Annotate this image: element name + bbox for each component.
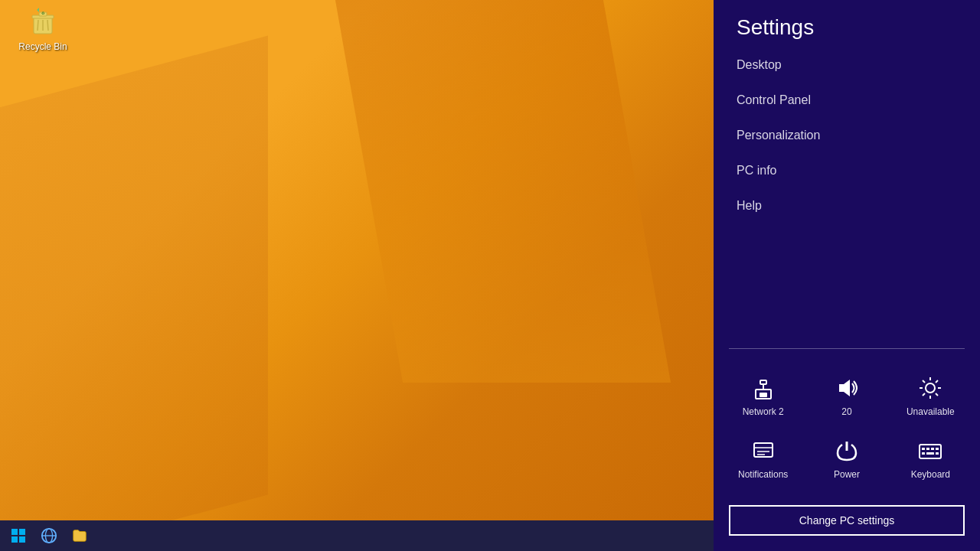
settings-icon-notifications[interactable]: Notifications	[729, 431, 798, 486]
file-explorer-button[interactable]	[64, 520, 95, 551]
settings-icon-label-power: Power	[834, 469, 860, 480]
settings-icon-label-notifications: Notifications	[738, 469, 788, 480]
svg-line-5	[47, 20, 48, 31]
settings-icon-network[interactable]: Network 2	[729, 368, 798, 423]
svg-rect-38	[926, 452, 934, 455]
settings-icon-volume[interactable]: 20	[812, 368, 881, 423]
settings-menu-item-control-panel[interactable]: Control Panel	[714, 83, 980, 118]
settings-menu: DesktopControl PanelPersonalizationPC in…	[714, 47, 980, 341]
svg-rect-37	[922, 452, 925, 455]
settings-icons: Network 2 20 Unavailable Notifications P…	[714, 357, 980, 497]
change-pc-settings-button[interactable]: Change PC settings	[729, 505, 965, 536]
settings-icon-label-network: Network 2	[743, 406, 784, 417]
svg-line-3	[38, 20, 38, 31]
start-button[interactable]	[3, 520, 34, 551]
svg-rect-8	[19, 529, 25, 535]
svg-line-25	[936, 393, 938, 396]
network-icon	[750, 374, 777, 402]
svg-rect-36	[936, 448, 939, 450]
settings-menu-item-personalization[interactable]: Personalization	[714, 118, 980, 153]
settings-icons-row-1: Notifications Power Keyboard	[714, 427, 980, 490]
internet-explorer-button[interactable]	[34, 520, 64, 551]
settings-icon-keyboard[interactable]: Keyboard	[896, 431, 965, 486]
settings-menu-item-help[interactable]: Help	[714, 188, 980, 223]
svg-rect-15	[760, 393, 767, 397]
svg-point-19	[926, 383, 935, 393]
settings-menu-item-desktop[interactable]: Desktop	[714, 47, 980, 83]
svg-line-27	[923, 393, 925, 396]
svg-rect-39	[936, 452, 939, 455]
settings-icon-power[interactable]: Power	[812, 431, 881, 486]
svg-rect-34	[926, 448, 929, 450]
svg-rect-17	[760, 380, 766, 384]
power-icon	[833, 437, 861, 465]
settings-panel: Settings DesktopControl PanelPersonaliza…	[714, 0, 980, 551]
svg-rect-35	[931, 448, 934, 450]
settings-icon-unavailable[interactable]: Unavailable	[896, 368, 965, 423]
keyboard-icon	[916, 437, 944, 465]
settings-icon-label-volume: 20	[841, 406, 851, 417]
settings-title: Settings	[714, 0, 980, 47]
recycle-bin-icon[interactable]: ♻ Recycle Bin	[15, 8, 70, 52]
svg-line-26	[936, 380, 938, 383]
svg-rect-7	[11, 529, 18, 535]
settings-icon-label-unavailable: Unavailable	[906, 406, 955, 417]
svg-rect-10	[19, 536, 25, 543]
svg-rect-33	[922, 448, 925, 450]
svg-rect-9	[11, 536, 18, 543]
settings-divider	[729, 348, 965, 349]
svg-rect-32	[920, 445, 941, 458]
settings-icons-row-0: Network 2 20 Unavailable	[714, 364, 980, 427]
recycle-bin-image: ♻	[28, 8, 58, 38]
svg-marker-18	[839, 380, 850, 396]
taskbar	[0, 520, 714, 551]
svg-line-24	[923, 380, 925, 383]
volume-icon	[833, 374, 861, 402]
settings-icon-label-keyboard: Keyboard	[911, 469, 950, 480]
notifications-icon	[750, 437, 777, 465]
brightness-icon	[916, 374, 944, 402]
recycle-bin-label: Recycle Bin	[18, 41, 67, 52]
desktop: ♻ Recycle Bin	[0, 0, 714, 520]
settings-menu-item-pc-info[interactable]: PC info	[714, 153, 980, 188]
